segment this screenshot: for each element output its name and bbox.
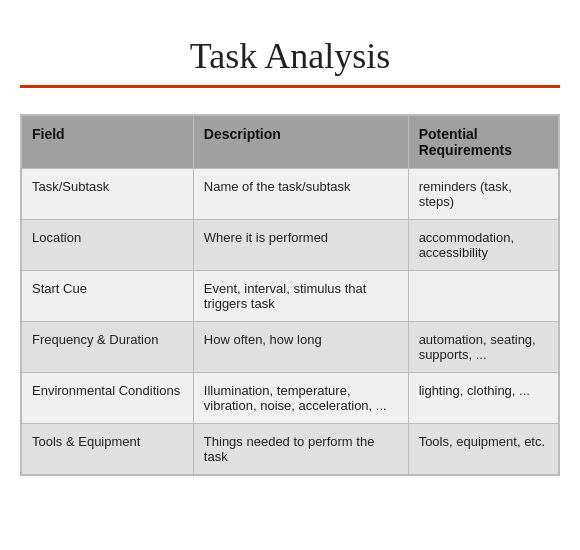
cell-field: Environmental Conditions [22,373,194,424]
cell-requirements: accommodation, accessibility [408,220,558,271]
cell-requirements: automation, seating, supports, ... [408,322,558,373]
cell-requirements: reminders (task, steps) [408,169,558,220]
header-description: Description [193,116,408,169]
cell-field: Frequency & Duration [22,322,194,373]
table-row: Start CueEvent, interval, stimulus that … [22,271,559,322]
cell-description: Illumination, temperature, vibration, no… [193,373,408,424]
cell-description: Name of the task/subtask [193,169,408,220]
cell-requirements: Tools, equipment, etc. [408,424,558,475]
header-requirements: Potential Requirements [408,116,558,169]
cell-field: Start Cue [22,271,194,322]
table-row: LocationWhere it is performedaccommodati… [22,220,559,271]
table-row: Tools & EquipmentThings needed to perfor… [22,424,559,475]
table-row: Frequency & DurationHow often, how longa… [22,322,559,373]
header-field: Field [22,116,194,169]
table-header-row: Field Description Potential Requirements [22,116,559,169]
title-section: Task Analysis [20,20,560,100]
cell-requirements [408,271,558,322]
cell-requirements: lighting, clothing, ... [408,373,558,424]
cell-description: Event, interval, stimulus that triggers … [193,271,408,322]
cell-field: Tools & Equipment [22,424,194,475]
cell-field: Task/Subtask [22,169,194,220]
table-wrapper: Field Description Potential Requirements… [20,114,560,476]
table-body: Task/SubtaskName of the task/subtaskremi… [22,169,559,475]
cell-description: Where it is performed [193,220,408,271]
table-row: Task/SubtaskName of the task/subtaskremi… [22,169,559,220]
page-title: Task Analysis [20,35,560,77]
task-analysis-table: Field Description Potential Requirements… [21,115,559,475]
cell-description: Things needed to perform the task [193,424,408,475]
page-container: Task Analysis Field Description Potentia… [0,0,580,496]
table-row: Environmental ConditionsIllumination, te… [22,373,559,424]
title-divider [20,85,560,88]
cell-field: Location [22,220,194,271]
cell-description: How often, how long [193,322,408,373]
